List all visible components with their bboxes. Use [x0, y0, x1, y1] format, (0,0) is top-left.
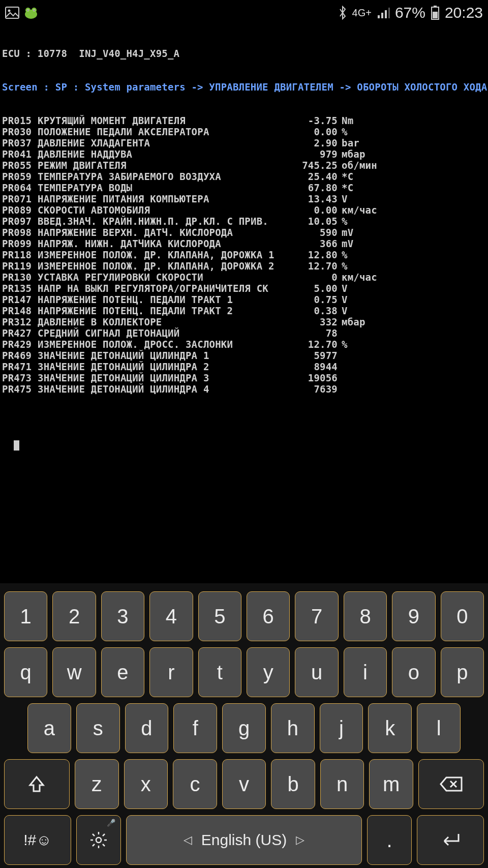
key-0[interactable]: 0: [441, 591, 484, 641]
key-k[interactable]: k: [368, 703, 412, 753]
key-6[interactable]: 6: [247, 591, 290, 641]
param-unit: V: [342, 305, 348, 316]
key-p[interactable]: p: [441, 647, 484, 697]
param-id: PR429: [2, 339, 38, 350]
param-unit: V: [342, 193, 348, 204]
svg-rect-12: [388, 8, 390, 18]
key-1[interactable]: 1: [4, 591, 47, 641]
key-g[interactable]: g: [222, 703, 266, 753]
param-desc: УСТАВКА РЕГУЛИРОВКИ СКОРОСТИ: [38, 272, 271, 283]
key-4[interactable]: 4: [149, 591, 193, 641]
param-value: 12.70: [271, 339, 342, 350]
param-desc: НАПРЯЖЕНИЕ ПОТЕНЦ. ПЕДАЛИ ТРАКТ 2: [38, 305, 271, 316]
key-x[interactable]: x: [124, 759, 168, 809]
param-row: PR089СКОРОСТИ АВТОМОБИЛЯ0.00км/час: [2, 204, 486, 216]
param-desc: НАПРЯЖЕНИЕ ВЕРХН. ДАТЧ. КИСЛОРОДА: [38, 227, 271, 238]
key-y[interactable]: y: [247, 647, 290, 697]
svg-rect-15: [433, 12, 438, 18]
enter-key[interactable]: [417, 815, 484, 865]
param-value: 19056: [271, 372, 342, 383]
symbols-key[interactable]: !#☺: [4, 815, 71, 865]
period-key[interactable]: .: [367, 815, 412, 865]
key-q[interactable]: q: [4, 647, 47, 697]
param-desc: ДАВЛЕНИЕ НАДДУВА: [38, 148, 271, 160]
settings-key[interactable]: 🎤: [76, 815, 121, 865]
key-s[interactable]: s: [76, 703, 120, 753]
param-value: 12.70: [271, 260, 342, 272]
param-unit: V: [342, 283, 348, 294]
param-unit: %: [342, 126, 348, 137]
frog-icon: [23, 6, 39, 19]
param-desc: СКОРОСТИ АВТОМОБИЛЯ: [38, 204, 271, 216]
key-v[interactable]: v: [222, 759, 266, 809]
param-value: 0.00: [271, 204, 342, 216]
param-unit: %: [342, 216, 348, 227]
key-m[interactable]: m: [369, 759, 413, 809]
svg-rect-0: [6, 7, 19, 18]
param-value: 0: [271, 272, 342, 283]
key-r[interactable]: r: [149, 647, 193, 697]
key-n[interactable]: n: [320, 759, 364, 809]
key-j[interactable]: j: [320, 703, 363, 753]
key-l[interactable]: l: [417, 703, 461, 753]
key-i[interactable]: i: [344, 647, 387, 697]
param-row: PR071НАПРЯЖЕНИЕ ПИТАНИЯ КОМПЬЮТЕРА13.43V: [2, 193, 486, 204]
key-9[interactable]: 9: [392, 591, 435, 641]
param-value: 745.25: [271, 160, 342, 171]
key-a[interactable]: a: [27, 703, 71, 753]
param-unit: %: [342, 260, 348, 272]
key-t[interactable]: t: [198, 647, 241, 697]
ecu-header: ECU : 10778 INJ_V40_H4J_X95_A: [2, 48, 486, 59]
param-desc: ТЕМПЕРАТУРА ВОДЫ: [38, 182, 271, 193]
param-desc: ЗНАЧЕНИЕ ДЕТОНАЦИЙ ЦИЛИНДРА 3: [38, 372, 271, 383]
param-unit: bar: [342, 137, 359, 148]
param-value: 0.75: [271, 294, 342, 305]
param-value: 366: [271, 238, 342, 249]
key-w[interactable]: w: [52, 647, 96, 697]
param-id: PR427: [2, 327, 38, 339]
shift-key[interactable]: [4, 759, 70, 809]
key-u[interactable]: u: [295, 647, 338, 697]
key-3[interactable]: 3: [101, 591, 144, 641]
signal-icon: [377, 7, 390, 19]
param-id: PR059: [2, 171, 38, 182]
image-icon: [5, 7, 19, 19]
key-c[interactable]: c: [173, 759, 217, 809]
key-f[interactable]: f: [173, 703, 217, 753]
param-desc: ЗНАЧЕНИЕ ДЕТОНАЦИЙ ЦИЛИНДРА 4: [38, 383, 271, 395]
param-row: PR098НАПРЯЖЕНИЕ ВЕРХН. ДАТЧ. КИСЛОРОДА59…: [2, 227, 486, 238]
svg-rect-10: [381, 13, 383, 18]
param-desc: ЗНАЧЕНИЕ ДЕТОНАЦИЙ ЦИЛИНДРА 2: [38, 361, 271, 372]
key-d[interactable]: d: [125, 703, 169, 753]
space-label: English (US): [201, 831, 287, 849]
key-z[interactable]: z: [75, 759, 119, 809]
param-row: PR135НАПР НА ВЫКЛ РЕГУЛЯТОРА/ОГРАНИЧИТЕЛ…: [2, 283, 486, 294]
param-id: PR041: [2, 148, 38, 160]
param-id: PR064: [2, 182, 38, 193]
key-b[interactable]: b: [271, 759, 315, 809]
key-7[interactable]: 7: [295, 591, 338, 641]
key-5[interactable]: 5: [198, 591, 241, 641]
param-value: 332: [271, 316, 342, 327]
key-h[interactable]: h: [271, 703, 315, 753]
key-e[interactable]: e: [101, 647, 144, 697]
mic-icon: 🎤: [107, 819, 115, 827]
param-desc: ИЗМЕРЕННОЕ ПОЛОЖ. ДР. КЛАПАНА, ДОРОЖКА 2: [38, 260, 271, 272]
space-key[interactable]: ◁ English (US) ▷: [126, 815, 362, 865]
key-8[interactable]: 8: [344, 591, 387, 641]
param-row: PR041ДАВЛЕНИЕ НАДДУВА979мбар: [2, 148, 486, 160]
param-row: PR015КРУТЯЩИЙ МОМЕНТ ДВИГАТЕЛЯ-3.75Nm: [2, 115, 486, 126]
param-desc: НАПРЯЖЕНИЕ ПОТЕНЦ. ПЕДАЛИ ТРАКТ 1: [38, 294, 271, 305]
param-desc: НАПРЯЖЕНИЕ ПИТАНИЯ КОМПЬЮТЕРА: [38, 193, 271, 204]
param-value: 7639: [271, 383, 342, 395]
terminal-output[interactable]: ECU : 10778 INJ_V40_H4J_X95_A Screen : S…: [0, 25, 488, 451]
param-row: PR099НАПРЯЖ. НИЖН. ДАТЧИКА КИСЛОРОДА366m…: [2, 238, 486, 249]
key-2[interactable]: 2: [52, 591, 96, 641]
param-row: PR312ДАВЛЕНИЕ В КОЛЛЕКТОРЕ332мбар: [2, 316, 486, 327]
param-desc: НАПР НА ВЫКЛ РЕГУЛЯТОРА/ОГРАНИЧИТЕЛЯ СК: [38, 283, 271, 294]
param-row: PR119ИЗМЕРЕННОЕ ПОЛОЖ. ДР. КЛАПАНА, ДОРО…: [2, 260, 486, 272]
key-o[interactable]: o: [392, 647, 435, 697]
backspace-key[interactable]: [418, 759, 484, 809]
param-id: PR037: [2, 137, 38, 148]
param-id: PR055: [2, 160, 38, 171]
